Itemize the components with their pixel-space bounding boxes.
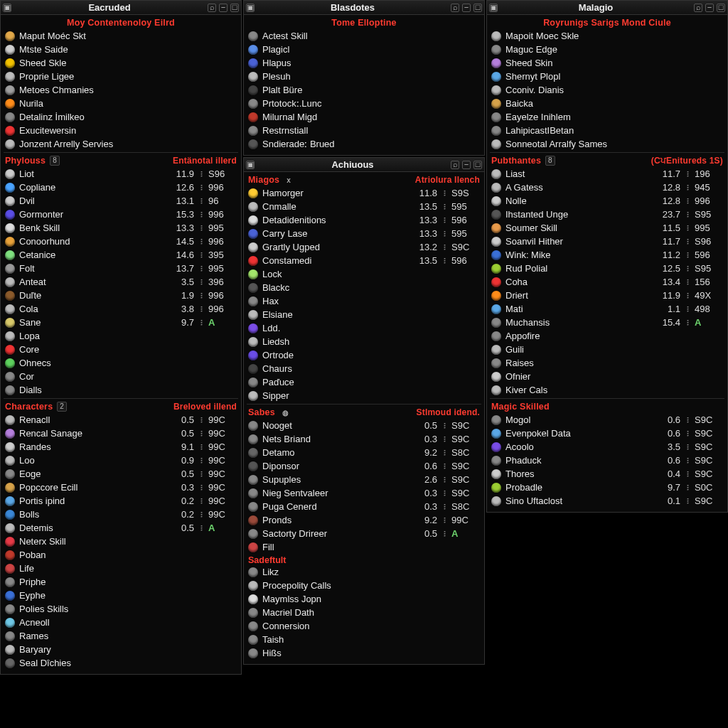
titlebar[interactable]: ▣ Achiuous ⌕ − □ <box>244 158 484 172</box>
list-item[interactable]: Shernyt Plopl <box>490 70 724 83</box>
list-item[interactable]: Fill <box>247 540 481 554</box>
list-item[interactable]: Plesuh <box>247 70 481 83</box>
list-item[interactable]: Taish <box>247 633 481 646</box>
list-item[interactable]: Rud Polial12.5፧S95 <box>490 262 724 275</box>
list-item[interactable]: Sheed Skin <box>490 56 724 70</box>
list-item[interactable]: Conoorhund14.5፧996 <box>4 235 238 248</box>
list-item[interactable]: Sino Uftaclost0.1፧S9C <box>490 494 724 508</box>
list-item[interactable]: Lopa <box>4 329 238 343</box>
list-item[interactable]: Wink: Mike11.2፧596 <box>490 248 724 262</box>
list-item[interactable]: Randes9.1፧99C <box>4 440 238 454</box>
list-item[interactable]: Poban <box>4 548 238 562</box>
list-item[interactable]: Detalinz İmilkeo <box>4 110 238 124</box>
list-item[interactable]: Acoolo3.5፧S9C <box>490 440 724 454</box>
list-item[interactable]: Folt13.7፧995 <box>4 262 238 275</box>
list-item[interactable]: Mtste Saide <box>4 43 238 56</box>
close-icon[interactable]: □ <box>717 4 725 12</box>
list-item[interactable]: Hax <box>247 294 481 308</box>
list-item[interactable]: Detadidenitions13.3፧596 <box>247 213 481 227</box>
list-item[interactable]: Pronds9.2፧99C <box>247 513 481 527</box>
panel-menu-icon[interactable]: ▣ <box>246 161 255 169</box>
list-item[interactable]: Puga Cenerd0.3፧S8C <box>247 500 481 513</box>
list-item[interactable]: Maymlss Jopn <box>247 592 481 606</box>
list-item[interactable]: Rames <box>4 629 238 643</box>
list-item[interactable]: Dialls <box>4 383 238 397</box>
search-icon[interactable]: ⌕ <box>208 4 216 12</box>
list-item[interactable]: Liot11.9፧S96 <box>4 167 238 181</box>
list-item[interactable]: Duľte1.9፧996 <box>4 289 238 302</box>
list-item[interactable]: A Gatess12.8፧945 <box>490 181 724 194</box>
list-item[interactable]: Renacll0.5፧99C <box>4 413 238 427</box>
list-item[interactable]: Kiver Cals <box>490 383 724 397</box>
list-item[interactable]: Nieg Sentvaleer0.3፧S9C <box>247 486 481 500</box>
list-item[interactable]: Maput Moéc Skt <box>4 29 238 43</box>
list-item[interactable]: Soanvil Hither11.7፧S96 <box>490 235 724 248</box>
list-item[interactable]: Jonzent Arrelly Servies <box>4 137 238 151</box>
list-item[interactable]: Liast11.7፧196 <box>490 167 724 181</box>
list-item[interactable]: Actest Skill <box>247 29 481 43</box>
list-item[interactable]: Maguc Edge <box>490 43 724 56</box>
panel-menu-icon[interactable]: ▣ <box>246 4 255 12</box>
list-item[interactable]: LahipicastIBetan <box>490 124 724 137</box>
list-item[interactable]: Sactorty Drireer0.5፧A <box>247 527 481 540</box>
list-item[interactable]: Hlapus <box>247 56 481 70</box>
list-item[interactable]: Nurila <box>4 97 238 110</box>
list-item[interactable]: Seal Dîchies <box>4 656 238 670</box>
minimize-icon[interactable]: − <box>705 4 714 12</box>
list-item[interactable]: Procepolity Calls <box>247 579 481 592</box>
list-item[interactable]: Anteat3.5፧396 <box>4 275 238 289</box>
minimize-icon[interactable]: − <box>462 161 471 169</box>
search-icon[interactable]: ⌕ <box>451 161 459 169</box>
search-icon[interactable]: ⌕ <box>694 4 702 12</box>
list-item[interactable]: Popccore Ecill0.3፧99C <box>4 481 238 494</box>
list-item[interactable]: Sipper <box>247 389 481 402</box>
list-item[interactable]: Muchansis15.4፧A <box>490 316 724 329</box>
list-item[interactable]: Copliane12.6፧996 <box>4 181 238 194</box>
list-item[interactable]: Prtotockː.Lunc <box>247 97 481 110</box>
list-item[interactable]: Thores0.4፧S9C <box>490 467 724 481</box>
list-item[interactable]: Ldd. <box>247 321 481 335</box>
list-item[interactable]: Nolle12.8፧996 <box>490 194 724 208</box>
list-item[interactable]: Sane9.7፧A <box>4 316 238 329</box>
list-item[interactable]: Lock <box>247 267 481 281</box>
list-item[interactable]: Baryary <box>4 643 238 656</box>
list-item[interactable]: Exucitewersin <box>4 124 238 137</box>
list-item[interactable]: Nooget0.5፧S9C <box>247 419 481 432</box>
list-item[interactable]: Dvil13.1፧96 <box>4 194 238 208</box>
list-item[interactable]: Plagicl <box>247 43 481 56</box>
list-item[interactable]: Ofnier <box>490 370 724 383</box>
list-item[interactable]: Grartly Ugped13.2፧S9C <box>247 240 481 254</box>
list-item[interactable]: Probadle9.7፧S0C <box>490 481 724 494</box>
list-item[interactable]: Portis ipind0.2፧99C <box>4 494 238 508</box>
list-item[interactable]: Appofire <box>490 329 724 343</box>
list-item[interactable]: Hamorger11.8፧S9S <box>247 186 481 200</box>
list-item[interactable]: Liedsh <box>247 335 481 348</box>
list-item[interactable]: Baicka <box>490 97 724 110</box>
list-item[interactable]: Blackc <box>247 281 481 294</box>
list-item[interactable]: Hißs <box>247 646 481 660</box>
list-item[interactable]: Cconiv. Dianis <box>490 83 724 97</box>
minimize-icon[interactable]: − <box>462 4 471 12</box>
list-item[interactable]: Detemis0.5፧A <box>4 521 238 535</box>
list-item[interactable]: Mogol0.6፧S9C <box>490 413 724 427</box>
list-item[interactable]: Mapoit Moec Skle <box>490 29 724 43</box>
list-item[interactable]: Neterx Skill <box>4 535 238 548</box>
list-item[interactable]: Carry Lase13.3፧595 <box>247 227 481 240</box>
list-item[interactable]: Cnmalle13.5፧595 <box>247 200 481 213</box>
list-item[interactable]: Eyphe <box>4 589 238 602</box>
list-item[interactable]: Constamedi13.5፧596 <box>247 254 481 267</box>
list-item[interactable]: Acneoll <box>4 616 238 629</box>
list-item[interactable]: Likz <box>247 565 481 579</box>
list-item[interactable]: Sheed Skle <box>4 56 238 70</box>
list-item[interactable]: Connersion <box>247 619 481 633</box>
list-item[interactable]: Bolls0.2፧99C <box>4 508 238 521</box>
list-item[interactable]: Sonneotal Arralfy Sames <box>490 137 724 151</box>
list-item[interactable]: Phaduck0.6፧S9C <box>490 454 724 467</box>
list-item[interactable]: Eayelze Inihlem <box>490 110 724 124</box>
list-item[interactable]: Plalt Büre <box>247 83 481 97</box>
list-item[interactable]: Rencal Sanage0.5፧99C <box>4 427 238 440</box>
close-icon[interactable]: □ <box>473 4 482 12</box>
list-item[interactable]: Nets Briand0.3፧S9C <box>247 432 481 446</box>
close-icon[interactable]: □ <box>230 4 239 12</box>
panel-menu-icon[interactable]: ▣ <box>3 4 11 12</box>
